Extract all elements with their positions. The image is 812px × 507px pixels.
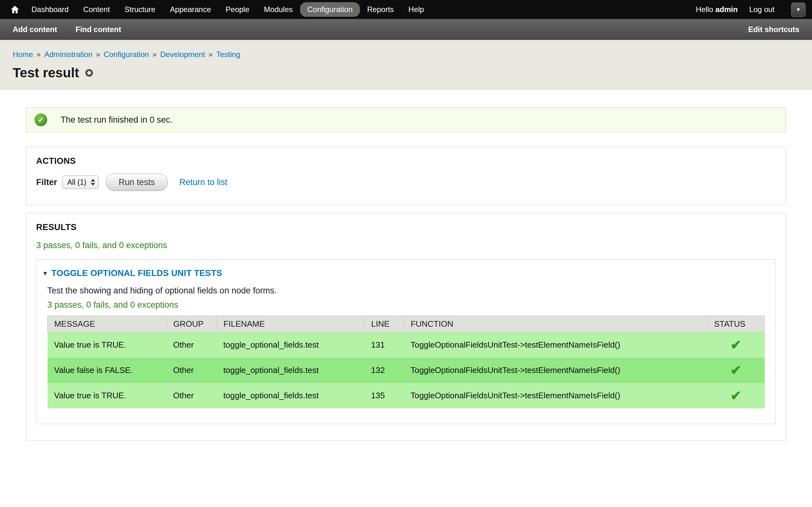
test-group-title-link[interactable]: ▼ TOGGLE OPTIONAL FIELDS UNIT TESTS	[42, 268, 765, 278]
nav-item-structure[interactable]: Structure	[117, 2, 162, 17]
greeting-prefix: Hello	[696, 5, 713, 14]
status-message-text: The test run finished in 0 sec.	[61, 115, 172, 125]
col-header-filename: FILENAME	[217, 316, 364, 332]
cell-group: Other	[166, 332, 217, 358]
return-to-list-link[interactable]: Return to list	[179, 177, 227, 187]
breadcrumb: Home » Administration » Configuration » …	[13, 50, 799, 59]
cell-group: Other	[166, 358, 217, 383]
page-header: Home » Administration » Configuration » …	[0, 40, 812, 90]
admin-toolbar-menu: Dashboard Content Structure Appearance P…	[6, 0, 432, 19]
col-header-message: MESSAGE	[48, 316, 166, 332]
breadcrumb-configuration[interactable]: Configuration	[104, 50, 149, 59]
select-arrows-icon	[91, 179, 95, 186]
col-header-line: LINE	[364, 316, 404, 332]
cell-group: Other	[166, 383, 217, 408]
table-row: Value false is FALSE. Other toggle_optio…	[48, 358, 765, 383]
col-header-status: STATUS	[707, 316, 765, 332]
filter-select[interactable]: All (1)	[62, 176, 99, 189]
filter-select-value: All (1)	[67, 178, 86, 187]
nav-item-reports[interactable]: Reports	[360, 2, 401, 17]
cell-function: ToggleOptionalFieldsUnitTest->testElemen…	[404, 358, 707, 383]
cell-function: ToggleOptionalFieldsUnitTest->testElemen…	[404, 332, 707, 358]
test-group-description: Test the showing and hiding of optional …	[47, 286, 765, 296]
breadcrumb-home[interactable]: Home	[13, 50, 33, 59]
chevron-down-icon: ▼	[796, 7, 801, 13]
nav-item-people[interactable]: People	[218, 2, 257, 17]
admin-toolbar-account: Hello admin Log out	[696, 5, 806, 14]
breadcrumb-development[interactable]: Development	[160, 50, 205, 59]
breadcrumb-separator: »	[208, 50, 212, 59]
username-link[interactable]: admin	[715, 5, 738, 14]
contextual-gear-icon[interactable]	[85, 69, 93, 77]
cell-message: Value false is FALSE.	[48, 358, 166, 383]
page-title: Test result	[13, 65, 79, 80]
check-icon: ✓	[38, 115, 44, 124]
logout-link[interactable]: Log out	[749, 5, 774, 14]
cell-status: ✔	[707, 332, 765, 358]
cell-message: Value true is TRUE.	[48, 332, 166, 358]
nav-item-help[interactable]: Help	[401, 2, 432, 17]
content-area: ✓ The test run finished in 0 sec. ACTION…	[0, 90, 812, 441]
table-row: Value true is TRUE. Other toggle_optiona…	[48, 332, 765, 358]
cell-line: 135	[364, 383, 404, 408]
results-panel: RESULTS 3 passes, 0 fails, and 0 excepti…	[26, 213, 786, 441]
cell-line: 131	[364, 332, 404, 358]
nav-item-appearance[interactable]: Appearance	[163, 2, 218, 17]
pass-check-icon: ✔	[730, 337, 741, 352]
breadcrumb-testing[interactable]: Testing	[216, 50, 241, 59]
run-tests-button[interactable]: Run tests	[106, 174, 168, 191]
cell-filename: toggle_optional_fields.test	[217, 383, 364, 408]
admin-toolbar: Dashboard Content Structure Appearance P…	[0, 0, 812, 19]
status-message: ✓ The test run finished in 0 sec.	[26, 107, 786, 132]
pass-check-icon: ✔	[730, 363, 741, 378]
shortcut-links: Add content Find content	[13, 25, 121, 34]
results-table: MESSAGE GROUP FILENAME LINE FUNCTION STA…	[47, 316, 765, 408]
breadcrumb-separator: »	[96, 50, 100, 59]
nav-item-dashboard[interactable]: Dashboard	[24, 2, 76, 17]
actions-legend: ACTIONS	[36, 156, 776, 166]
col-header-function: FUNCTION	[404, 316, 707, 332]
actions-panel: ACTIONS Filter All (1) Run tests Return …	[26, 147, 786, 205]
nav-item-content[interactable]: Content	[76, 2, 117, 17]
status-ok-icon: ✓	[35, 113, 47, 126]
collapse-arrow-icon: ▼	[42, 270, 48, 276]
cell-function: ToggleOptionalFieldsUnitTest->testElemen…	[404, 383, 707, 408]
title-row: Test result	[13, 65, 799, 80]
actions-controls: Filter All (1) Run tests Return to list	[36, 174, 776, 191]
nav-item-modules[interactable]: Modules	[257, 2, 300, 17]
cell-message: Value true is TRUE.	[48, 383, 166, 408]
cell-filename: toggle_optional_fields.test	[217, 332, 364, 358]
cell-filename: toggle_optional_fields.test	[217, 358, 364, 383]
table-header-row: MESSAGE GROUP FILENAME LINE FUNCTION STA…	[48, 316, 765, 332]
cell-status: ✔	[707, 383, 765, 408]
filter-label: Filter	[36, 177, 57, 187]
edit-shortcuts-link[interactable]: Edit shortcuts	[748, 25, 799, 34]
col-header-group: GROUP	[166, 316, 217, 332]
shortcut-add-content[interactable]: Add content	[13, 25, 57, 34]
pass-check-icon: ✔	[730, 388, 741, 403]
test-group-summary: 3 passes, 0 fails, and 0 exceptions	[47, 300, 765, 310]
nav-item-configuration[interactable]: Configuration	[300, 2, 360, 17]
breadcrumb-administration[interactable]: Administration	[44, 50, 92, 59]
home-icon[interactable]	[6, 0, 24, 19]
test-group-title: TOGGLE OPTIONAL FIELDS UNIT TESTS	[51, 268, 222, 278]
cell-status: ✔	[707, 358, 765, 383]
cell-line: 132	[364, 358, 404, 383]
results-legend: RESULTS	[36, 222, 776, 232]
shortcut-find-content[interactable]: Find content	[75, 25, 121, 34]
table-row: Value true is TRUE. Other toggle_optiona…	[48, 383, 765, 408]
greeting-text: Hello admin	[696, 5, 738, 14]
breadcrumb-separator: »	[153, 50, 157, 59]
test-group-fieldset: ▼ TOGGLE OPTIONAL FIELDS UNIT TESTS Test…	[36, 259, 776, 424]
breadcrumb-separator: »	[37, 50, 41, 59]
shortcut-bar: Add content Find content Edit shortcuts	[0, 19, 812, 40]
results-summary: 3 passes, 0 fails, and 0 exceptions	[36, 240, 776, 250]
toolbar-toggle-button[interactable]: ▼	[791, 3, 806, 17]
